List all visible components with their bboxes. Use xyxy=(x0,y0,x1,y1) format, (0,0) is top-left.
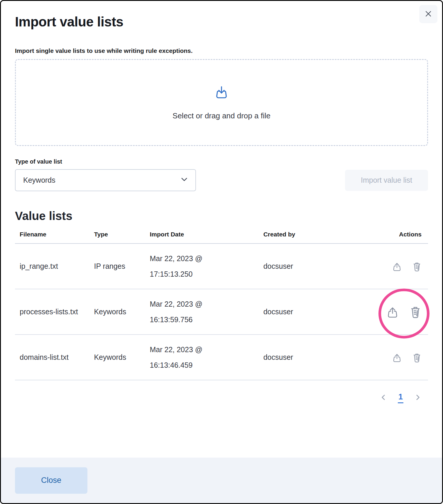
column-header-type: Type xyxy=(89,227,145,243)
filename-cell: ip_range.txt xyxy=(20,258,58,275)
import-date-cell: Mar 22, 2023 @ 17:15:13.250 xyxy=(150,251,239,282)
close-modal-button[interactable] xyxy=(419,5,437,23)
export-icon xyxy=(392,353,402,363)
export-value-list-button[interactable] xyxy=(392,262,402,272)
export-icon xyxy=(386,306,399,319)
file-dropzone[interactable]: Select or drag and drop a file xyxy=(15,59,428,146)
filename-cell: domains-list.txt xyxy=(20,349,69,366)
previous-page-button[interactable] xyxy=(380,394,387,402)
export-value-list-button[interactable] xyxy=(386,306,399,319)
modal-body: Import value lists Import single value l… xyxy=(1,1,442,403)
column-header-import-date: Import Date xyxy=(145,227,259,243)
value-lists-heading: Value lists xyxy=(15,209,428,223)
type-of-value-list-label: Type of value list xyxy=(15,158,428,165)
value-lists-table: Filename Type Import Date Created by Act… xyxy=(15,227,428,380)
delete-value-list-button[interactable] xyxy=(412,262,422,272)
column-header-filename: Filename xyxy=(15,227,89,243)
created-by-cell: docsuser xyxy=(259,289,337,335)
column-header-created-by: Created by xyxy=(259,227,337,243)
pagination: 1 xyxy=(15,393,428,403)
type-cell: Keywords xyxy=(89,335,145,380)
selected-type-value: Keywords xyxy=(23,176,55,184)
modal-title: Import value lists xyxy=(15,14,428,30)
import-value-lists-modal: Import value lists Import single value l… xyxy=(0,0,443,504)
table-row: domains-list.txt Keywords Mar 22, 2023 @… xyxy=(15,335,428,380)
modal-subtitle: Import single value lists to use while w… xyxy=(15,47,428,54)
type-cell: IP ranges xyxy=(89,243,145,289)
delete-value-list-button[interactable] xyxy=(412,353,422,363)
created-by-cell: docsuser xyxy=(259,335,337,380)
created-by-cell: docsuser xyxy=(259,243,337,289)
import-date-cell: Mar 22, 2023 @ 16:13:46.459 xyxy=(150,342,239,373)
table-row: ip_range.txt IP ranges Mar 22, 2023 @ 17… xyxy=(15,243,428,289)
import-value-list-button[interactable]: Import value list xyxy=(345,170,428,191)
trash-icon xyxy=(409,306,422,319)
import-file-icon xyxy=(214,85,229,101)
type-cell: Keywords xyxy=(89,289,145,335)
chevron-left-icon xyxy=(380,394,387,402)
chevron-down-icon xyxy=(180,175,188,185)
import-date-cell: Mar 22, 2023 @ 16:13:59.756 xyxy=(150,296,239,327)
chevron-right-icon xyxy=(414,394,422,402)
trash-icon xyxy=(412,353,422,363)
actions-group xyxy=(392,262,422,272)
export-icon xyxy=(392,262,402,272)
next-page-button[interactable] xyxy=(414,394,422,402)
delete-value-list-button[interactable] xyxy=(409,306,422,319)
close-button[interactable]: Close xyxy=(15,467,87,494)
page-number-button[interactable]: 1 xyxy=(398,393,403,403)
form-row: Keywords Import value list xyxy=(15,169,428,191)
trash-icon xyxy=(412,262,422,272)
value-lists-table-body: ip_range.txt IP ranges Mar 22, 2023 @ 17… xyxy=(15,243,428,380)
filename-cell: processes-lists.txt xyxy=(20,303,78,320)
actions-group xyxy=(392,353,422,363)
dropzone-label: Select or drag and drop a file xyxy=(173,111,270,120)
modal-footer: Close xyxy=(1,458,442,503)
close-icon xyxy=(423,9,433,20)
export-value-list-button[interactable] xyxy=(392,353,402,363)
value-list-type-select[interactable]: Keywords xyxy=(15,169,196,191)
table-row: processes-lists.txt Keywords Mar 22, 202… xyxy=(15,289,428,335)
actions-group xyxy=(386,306,422,319)
table-header-row: Filename Type Import Date Created by Act… xyxy=(15,227,428,243)
column-header-actions: Actions xyxy=(337,227,428,243)
